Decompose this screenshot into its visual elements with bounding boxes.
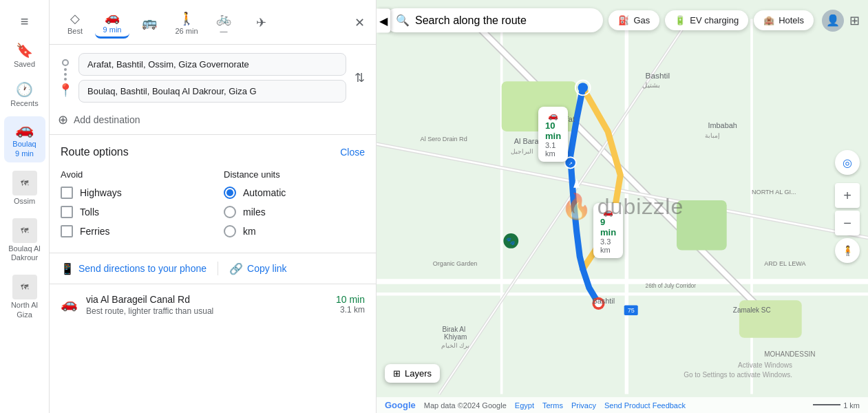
send-directions-button[interactable]: 📱 Send directions to your phone xyxy=(61,262,207,275)
layers-label: Layers xyxy=(405,368,432,379)
options-grid: Avoid Highways Tolls Ferries Distance un… xyxy=(61,169,365,244)
sidebar-item-saved[interactable]: 🔖 Saved xyxy=(4,38,45,73)
route-dots: 📍 xyxy=(58,58,73,98)
automatic-radio-fill xyxy=(226,189,233,196)
swap-button[interactable]: ⇅ xyxy=(352,67,368,88)
avoid-tolls[interactable]: Tolls xyxy=(61,206,202,218)
route-result[interactable]: 🚗 via Al Barageil Canal Rd Best route, l… xyxy=(50,284,376,326)
route-time: 10 min xyxy=(336,294,365,305)
close-directions-button[interactable]: ✕ xyxy=(352,12,368,33)
destination-input[interactable] xyxy=(78,80,346,103)
search-pill[interactable]: 🔍 Search along the route xyxy=(385,8,603,32)
map-data-text: Map data ©2024 Google xyxy=(424,401,507,410)
add-icon: ⊕ xyxy=(58,112,68,127)
zoom-out-button[interactable]: − xyxy=(835,211,860,235)
sidebar-item-boulaq-dakrour[interactable]: 🗺 Boulaq Al Dakrour xyxy=(4,214,45,266)
miles-label: miles xyxy=(243,206,266,218)
sidebar-item-boulaq[interactable]: 🚗 Boulaq 9 min xyxy=(4,116,45,162)
add-destination[interactable]: ⊕ Add destination xyxy=(50,108,376,134)
sidebar-item-north-al-giza[interactable]: 🗺 North Al Giza xyxy=(4,271,45,323)
tolls-label: Tolls xyxy=(80,206,99,218)
walk-icon: 🚶 xyxy=(179,11,194,26)
sidebar-item-label-saved: Saved xyxy=(14,60,35,69)
transport-cycle[interactable]: 🚲 — xyxy=(207,8,241,38)
gas-icon: ⛽ xyxy=(618,15,629,25)
privacy-link[interactable]: Privacy xyxy=(571,401,596,410)
callout-dist-2: 3.3 km xyxy=(600,237,616,254)
svg-text:NORTH AL GI...: NORTH AL GI... xyxy=(752,189,796,195)
apps-grid-button[interactable]: ⊞ xyxy=(849,13,860,28)
distance-automatic[interactable]: Automatic xyxy=(224,187,365,199)
miles-radio[interactable] xyxy=(224,206,236,218)
transport-car[interactable]: 🚗 9 min xyxy=(95,7,129,39)
zoom-in-button[interactable]: + xyxy=(835,183,860,208)
search-text: Search along the route xyxy=(415,14,527,27)
zoom-controls: ◎ + − 🧍 xyxy=(835,150,860,263)
hotels-filter-button[interactable]: 🏨 Hotels xyxy=(754,10,814,30)
transport-nav: ◇ Best 🚗 9 min 🚌 🚶 26 min 🚲 — ✈ ✕ xyxy=(50,0,376,45)
copy-link-button[interactable]: 🔗 Copy link xyxy=(229,262,287,275)
km-radio[interactable] xyxy=(224,225,236,237)
sidebar-item-recents[interactable]: 🕐 Recents xyxy=(4,77,45,112)
automatic-radio[interactable] xyxy=(224,187,236,199)
north-al-giza-thumbnail: 🗺 xyxy=(12,275,37,299)
recents-icon: 🕐 xyxy=(16,81,33,98)
layers-button[interactable]: ⊞ Layers xyxy=(385,364,440,383)
fly-icon: ✈ xyxy=(256,15,266,30)
gas-label: Gas xyxy=(633,15,650,25)
layers-icon: ⊞ xyxy=(393,368,401,379)
collapse-panel-button[interactable]: ◀ xyxy=(377,8,390,32)
distance-km[interactable]: km xyxy=(224,225,365,237)
transport-walk[interactable]: 🚶 26 min xyxy=(169,8,204,38)
ossim-thumbnail: 🗺 xyxy=(12,171,37,195)
dot1 xyxy=(64,68,67,71)
ev-icon: 🔋 xyxy=(675,15,686,25)
transport-transit[interactable]: 🚌 xyxy=(132,12,167,33)
ev-filter-button[interactable]: 🔋 EV charging xyxy=(665,10,748,30)
svg-text:Imbabah: Imbabah xyxy=(708,121,737,129)
route-car-icon: 🚗 xyxy=(61,295,78,312)
distance-miles[interactable]: miles xyxy=(224,206,365,218)
link-icon: 🔗 xyxy=(229,262,243,275)
svg-text:ARD EL LEWA: ARD EL LEWA xyxy=(764,260,806,267)
svg-text:Khiyam: Khiyam xyxy=(444,333,467,341)
search-icon: 🔍 xyxy=(396,14,410,27)
transport-car-label: 9 min xyxy=(103,25,122,34)
transport-walk-label: 26 min xyxy=(175,27,198,35)
egypt-link[interactable]: Egypt xyxy=(515,401,534,410)
inputs-fields xyxy=(78,53,346,103)
user-avatar[interactable]: 👤 xyxy=(822,10,844,32)
origin-input[interactable] xyxy=(78,53,346,76)
svg-text:Organic Garden: Organic Garden xyxy=(433,260,478,267)
route-name: via Al Barageil Canal Rd xyxy=(86,294,328,305)
highways-checkbox[interactable] xyxy=(61,187,73,199)
cycle-icon: 🚲 xyxy=(216,11,231,26)
callout-time-1: 10 min xyxy=(545,120,561,141)
svg-point-15 xyxy=(578,83,589,93)
sidebar-item-label-boulaq: Boulaq 9 min xyxy=(12,140,36,158)
svg-text:26th of July Corridor: 26th of July Corridor xyxy=(646,283,697,289)
location-button[interactable]: ◎ xyxy=(835,150,860,175)
avoid-ferries[interactable]: Ferries xyxy=(61,225,202,237)
svg-text:بشتيل: بشتيل xyxy=(642,81,660,89)
svg-rect-14 xyxy=(739,300,802,338)
ferries-checkbox[interactable] xyxy=(61,225,73,237)
sidebar-item-label-ossim: Ossim xyxy=(14,197,35,206)
feedback-link[interactable]: Send Product Feedback xyxy=(604,401,686,410)
transit-icon: 🚌 xyxy=(142,15,157,30)
km-label: km xyxy=(243,226,256,237)
sidebar-item-menu[interactable]: ≡ xyxy=(4,10,45,34)
avoid-highways[interactable]: Highways xyxy=(61,187,202,199)
route-options-close[interactable]: Close xyxy=(340,147,365,158)
sidebar-item-ossim[interactable]: 🗺 Ossim xyxy=(4,167,45,210)
gas-filter-button[interactable]: ⛽ Gas xyxy=(608,10,659,30)
transport-best[interactable]: ◇ Best xyxy=(58,8,92,38)
route-dist: 3.1 km xyxy=(336,305,365,315)
transport-best-label: Best xyxy=(67,27,83,35)
terms-link[interactable]: Terms xyxy=(542,401,563,410)
transport-cycle-label: — xyxy=(220,27,228,35)
transport-fly[interactable]: ✈ xyxy=(244,12,278,33)
hotels-icon: 🏨 xyxy=(763,15,774,25)
tolls-checkbox[interactable] xyxy=(61,206,73,218)
pegman-button[interactable]: 🧍 xyxy=(835,238,860,263)
